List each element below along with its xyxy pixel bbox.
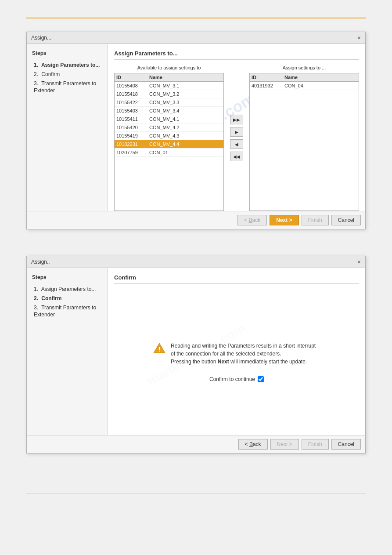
bottom-divider	[26, 493, 366, 493]
assign-layout: Available to assign settings to ID Name …	[114, 65, 359, 211]
assigned-table-body[interactable]: 40131932 CON_04	[250, 82, 359, 170]
confirm-checkbox[interactable]	[258, 376, 264, 382]
list-item-selected[interactable]: 10182231 CON_MV_4.4	[115, 140, 223, 149]
list-item[interactable]: 40131932 CON_04	[250, 82, 359, 90]
list-item[interactable]: 10155418 CON_MV_3.2	[115, 90, 223, 98]
move-all-right-button[interactable]: ▶▶	[230, 115, 243, 124]
assigned-label: Assign settings to ...	[249, 65, 359, 70]
steps2-list: 1. Assign Parameters to... 2. Confirm 3.…	[32, 285, 102, 319]
dialog1-close-button[interactable]: ×	[357, 35, 361, 41]
available-col-id: ID	[116, 75, 149, 80]
move-all-left-button[interactable]: ◀◀	[230, 152, 243, 161]
assigned-list-table: ID Name 40131932 CON_04	[249, 73, 359, 211]
list-item[interactable]: 10155408 CON_MV_3.1	[115, 82, 223, 90]
confirm-checkbox-row: Confirm to continue	[209, 376, 264, 382]
dialog1-content-panel: Assign Parameters to... Available to ass…	[108, 44, 365, 211]
dialog2-cancel-button[interactable]: Cancel	[331, 439, 361, 450]
available-table-header: ID Name	[115, 73, 223, 82]
dialog2-next-button[interactable]: Next >	[270, 439, 299, 450]
available-table-body[interactable]: 10155408 CON_MV_3.1 10155418 CON_MV_3.2 …	[115, 82, 223, 170]
dialog1-content-title: Assign Parameters to...	[114, 50, 359, 60]
warning-icon: !	[153, 342, 165, 355]
dialog2-body: Steps 1. Assign Parameters to... 2. Conf…	[27, 268, 365, 435]
steps-title: Steps	[32, 50, 102, 56]
dialog1-footer: < Back Next > Finish Cancel	[27, 211, 365, 229]
warning-box: ! Reading and writing the Parameters res…	[153, 342, 320, 366]
step-1: 1. Assign Parameters to...	[32, 61, 102, 70]
dialog1-back-button[interactable]: < Back	[237, 215, 267, 225]
dialog1-titlebar: Assign... ×	[27, 32, 365, 44]
transfer-buttons: ▶▶ ▶ ◀ ◀◀	[227, 65, 246, 211]
dialog1-cancel-button[interactable]: Cancel	[331, 215, 361, 225]
assigned-table-header: ID Name	[250, 73, 359, 82]
step2-1: 1. Assign Parameters to...	[32, 285, 102, 294]
dialog2-footer: < Back Next > Finish Cancel	[27, 435, 365, 453]
confirm-content: ! Reading and writing the Parameters res…	[114, 289, 359, 435]
dialog2-close-button[interactable]: ×	[357, 259, 361, 265]
available-col-name: Name	[149, 75, 222, 80]
dialog2-title: Assign..	[31, 259, 50, 265]
dialog-confirm: manualshive.com Assign.. × Steps 1. Assi…	[26, 256, 366, 453]
list-item[interactable]: 10155419 CON_MV_4.3	[115, 132, 223, 140]
list-item[interactable]: 10207759 CON_01	[115, 149, 223, 157]
dialog1-next-button[interactable]: Next >	[270, 215, 298, 225]
move-left-button[interactable]: ◀	[230, 139, 243, 149]
dialog2-finish-button: Finish	[302, 439, 329, 450]
dialog2-steps-panel: Steps 1. Assign Parameters to... 2. Conf…	[27, 268, 108, 435]
available-list-section: Available to assign settings to ID Name …	[114, 65, 224, 211]
dialog-assign-parameters: manualshive.com Assign... × Steps 1. Ass…	[26, 32, 366, 229]
top-divider	[26, 18, 366, 18]
dialog2-content-title: Confirm	[114, 274, 359, 284]
dialog1-finish-button: Finish	[302, 215, 329, 225]
list-item[interactable]: 10155403 CON_MV_3.4	[115, 107, 223, 115]
list-item[interactable]: 10155422 CON_MV_3.3	[115, 98, 223, 107]
dialog1-title: Assign...	[31, 35, 51, 41]
step-2: 2. Confirm	[32, 70, 102, 79]
warning-text: Reading and writing the Parameters resul…	[171, 342, 320, 366]
dialog2-titlebar: Assign.. ×	[27, 256, 365, 268]
step2-3: 3. Transmit Parameters to Extender	[32, 303, 102, 320]
steps-list: 1. Assign Parameters to... 2. Confirm 3.…	[32, 61, 102, 95]
step-3: 3. Transmit Parameters to Extender	[32, 79, 102, 96]
list-item[interactable]: 10155420 CON_MV_4.2	[115, 123, 223, 132]
assigned-list-section: Assign settings to ... ID Name 40131932 …	[249, 65, 359, 211]
step2-2: 2. Confirm	[32, 294, 102, 303]
steps2-title: Steps	[32, 274, 102, 280]
list-item[interactable]: 10155411 CON_MV_4.1	[115, 115, 223, 123]
dialog2-content-panel: Confirm ! Reading and writing the Parame…	[108, 268, 365, 435]
dialog2-back-button[interactable]: < Back	[238, 439, 268, 450]
confirm-label: Confirm to continue	[209, 376, 255, 382]
dialog1-body: Steps 1. Assign Parameters to... 2. Conf…	[27, 44, 365, 211]
assigned-col-name: Name	[284, 75, 357, 80]
assigned-col-id: ID	[252, 75, 284, 80]
available-label: Available to assign settings to	[114, 65, 224, 70]
svg-text:!: !	[158, 346, 161, 353]
available-list-table: ID Name 10155408 CON_MV_3.1 10155418	[114, 73, 224, 211]
dialog1-steps-panel: Steps 1. Assign Parameters to... 2. Conf…	[27, 44, 108, 211]
move-right-button[interactable]: ▶	[230, 127, 243, 137]
